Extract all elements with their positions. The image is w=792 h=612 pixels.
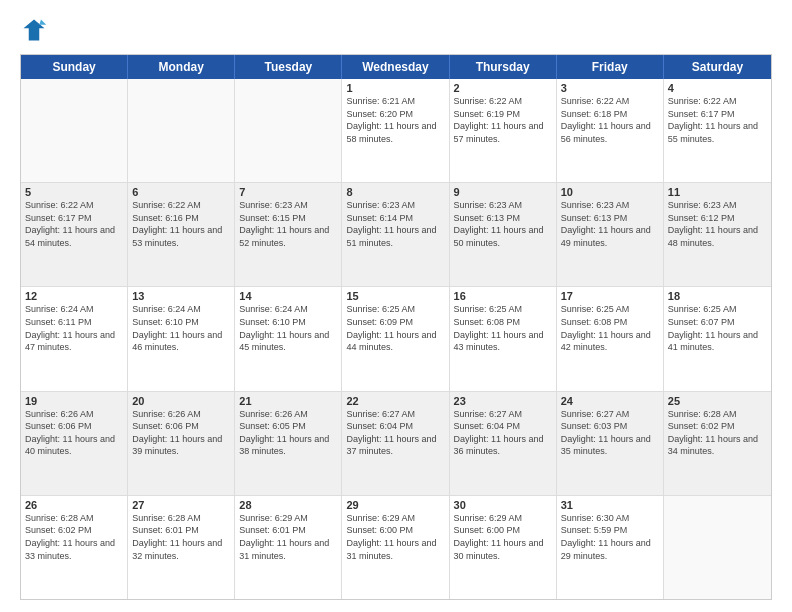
- day-cell-26: 26Sunrise: 6:28 AMSunset: 6:02 PMDayligh…: [21, 496, 128, 599]
- header-day-tuesday: Tuesday: [235, 55, 342, 79]
- day-info: Sunrise: 6:30 AMSunset: 5:59 PMDaylight:…: [561, 512, 659, 562]
- day-number: 1: [346, 82, 444, 94]
- day-cell-24: 24Sunrise: 6:27 AMSunset: 6:03 PMDayligh…: [557, 392, 664, 495]
- day-number: 13: [132, 290, 230, 302]
- day-number: 9: [454, 186, 552, 198]
- empty-cell: [128, 79, 235, 182]
- day-info: Sunrise: 6:27 AMSunset: 6:04 PMDaylight:…: [454, 408, 552, 458]
- day-cell-29: 29Sunrise: 6:29 AMSunset: 6:00 PMDayligh…: [342, 496, 449, 599]
- day-number: 26: [25, 499, 123, 511]
- day-cell-4: 4Sunrise: 6:22 AMSunset: 6:17 PMDaylight…: [664, 79, 771, 182]
- day-cell-12: 12Sunrise: 6:24 AMSunset: 6:11 PMDayligh…: [21, 287, 128, 390]
- day-cell-8: 8Sunrise: 6:23 AMSunset: 6:14 PMDaylight…: [342, 183, 449, 286]
- header: [20, 16, 772, 44]
- day-cell-14: 14Sunrise: 6:24 AMSunset: 6:10 PMDayligh…: [235, 287, 342, 390]
- day-info: Sunrise: 6:27 AMSunset: 6:03 PMDaylight:…: [561, 408, 659, 458]
- day-number: 4: [668, 82, 767, 94]
- week-row-4: 19Sunrise: 6:26 AMSunset: 6:06 PMDayligh…: [21, 392, 771, 496]
- day-info: Sunrise: 6:26 AMSunset: 6:06 PMDaylight:…: [25, 408, 123, 458]
- day-cell-22: 22Sunrise: 6:27 AMSunset: 6:04 PMDayligh…: [342, 392, 449, 495]
- day-number: 29: [346, 499, 444, 511]
- day-info: Sunrise: 6:21 AMSunset: 6:20 PMDaylight:…: [346, 95, 444, 145]
- day-number: 14: [239, 290, 337, 302]
- day-info: Sunrise: 6:26 AMSunset: 6:05 PMDaylight:…: [239, 408, 337, 458]
- page: SundayMondayTuesdayWednesdayThursdayFrid…: [0, 0, 792, 612]
- day-cell-17: 17Sunrise: 6:25 AMSunset: 6:08 PMDayligh…: [557, 287, 664, 390]
- day-cell-27: 27Sunrise: 6:28 AMSunset: 6:01 PMDayligh…: [128, 496, 235, 599]
- day-number: 5: [25, 186, 123, 198]
- day-number: 11: [668, 186, 767, 198]
- empty-cell: [235, 79, 342, 182]
- day-number: 10: [561, 186, 659, 198]
- day-cell-21: 21Sunrise: 6:26 AMSunset: 6:05 PMDayligh…: [235, 392, 342, 495]
- day-info: Sunrise: 6:24 AMSunset: 6:10 PMDaylight:…: [239, 303, 337, 353]
- header-day-friday: Friday: [557, 55, 664, 79]
- day-number: 28: [239, 499, 337, 511]
- day-number: 22: [346, 395, 444, 407]
- day-number: 8: [346, 186, 444, 198]
- day-cell-23: 23Sunrise: 6:27 AMSunset: 6:04 PMDayligh…: [450, 392, 557, 495]
- day-number: 16: [454, 290, 552, 302]
- day-info: Sunrise: 6:28 AMSunset: 6:02 PMDaylight:…: [25, 512, 123, 562]
- day-cell-1: 1Sunrise: 6:21 AMSunset: 6:20 PMDaylight…: [342, 79, 449, 182]
- day-number: 20: [132, 395, 230, 407]
- day-info: Sunrise: 6:23 AMSunset: 6:13 PMDaylight:…: [561, 199, 659, 249]
- week-row-5: 26Sunrise: 6:28 AMSunset: 6:02 PMDayligh…: [21, 496, 771, 599]
- day-cell-16: 16Sunrise: 6:25 AMSunset: 6:08 PMDayligh…: [450, 287, 557, 390]
- day-cell-20: 20Sunrise: 6:26 AMSunset: 6:06 PMDayligh…: [128, 392, 235, 495]
- day-info: Sunrise: 6:22 AMSunset: 6:17 PMDaylight:…: [25, 199, 123, 249]
- day-cell-10: 10Sunrise: 6:23 AMSunset: 6:13 PMDayligh…: [557, 183, 664, 286]
- day-cell-6: 6Sunrise: 6:22 AMSunset: 6:16 PMDaylight…: [128, 183, 235, 286]
- header-day-sunday: Sunday: [21, 55, 128, 79]
- day-cell-18: 18Sunrise: 6:25 AMSunset: 6:07 PMDayligh…: [664, 287, 771, 390]
- day-cell-13: 13Sunrise: 6:24 AMSunset: 6:10 PMDayligh…: [128, 287, 235, 390]
- day-cell-28: 28Sunrise: 6:29 AMSunset: 6:01 PMDayligh…: [235, 496, 342, 599]
- day-info: Sunrise: 6:22 AMSunset: 6:19 PMDaylight:…: [454, 95, 552, 145]
- day-info: Sunrise: 6:25 AMSunset: 6:08 PMDaylight:…: [561, 303, 659, 353]
- day-cell-15: 15Sunrise: 6:25 AMSunset: 6:09 PMDayligh…: [342, 287, 449, 390]
- day-info: Sunrise: 6:25 AMSunset: 6:07 PMDaylight:…: [668, 303, 767, 353]
- empty-cell: [664, 496, 771, 599]
- day-number: 15: [346, 290, 444, 302]
- day-number: 18: [668, 290, 767, 302]
- day-info: Sunrise: 6:29 AMSunset: 6:01 PMDaylight:…: [239, 512, 337, 562]
- day-number: 23: [454, 395, 552, 407]
- day-info: Sunrise: 6:26 AMSunset: 6:06 PMDaylight:…: [132, 408, 230, 458]
- day-number: 17: [561, 290, 659, 302]
- day-number: 31: [561, 499, 659, 511]
- day-info: Sunrise: 6:29 AMSunset: 6:00 PMDaylight:…: [454, 512, 552, 562]
- day-info: Sunrise: 6:23 AMSunset: 6:14 PMDaylight:…: [346, 199, 444, 249]
- header-day-thursday: Thursday: [450, 55, 557, 79]
- day-cell-2: 2Sunrise: 6:22 AMSunset: 6:19 PMDaylight…: [450, 79, 557, 182]
- day-number: 12: [25, 290, 123, 302]
- week-row-3: 12Sunrise: 6:24 AMSunset: 6:11 PMDayligh…: [21, 287, 771, 391]
- week-row-2: 5Sunrise: 6:22 AMSunset: 6:17 PMDaylight…: [21, 183, 771, 287]
- day-cell-30: 30Sunrise: 6:29 AMSunset: 6:00 PMDayligh…: [450, 496, 557, 599]
- day-info: Sunrise: 6:28 AMSunset: 6:01 PMDaylight:…: [132, 512, 230, 562]
- day-info: Sunrise: 6:22 AMSunset: 6:18 PMDaylight:…: [561, 95, 659, 145]
- day-info: Sunrise: 6:23 AMSunset: 6:12 PMDaylight:…: [668, 199, 767, 249]
- day-number: 3: [561, 82, 659, 94]
- day-cell-3: 3Sunrise: 6:22 AMSunset: 6:18 PMDaylight…: [557, 79, 664, 182]
- day-info: Sunrise: 6:25 AMSunset: 6:08 PMDaylight:…: [454, 303, 552, 353]
- day-cell-19: 19Sunrise: 6:26 AMSunset: 6:06 PMDayligh…: [21, 392, 128, 495]
- day-info: Sunrise: 6:25 AMSunset: 6:09 PMDaylight:…: [346, 303, 444, 353]
- calendar-header: SundayMondayTuesdayWednesdayThursdayFrid…: [21, 55, 771, 79]
- day-cell-25: 25Sunrise: 6:28 AMSunset: 6:02 PMDayligh…: [664, 392, 771, 495]
- logo: [20, 16, 52, 44]
- empty-cell: [21, 79, 128, 182]
- day-cell-9: 9Sunrise: 6:23 AMSunset: 6:13 PMDaylight…: [450, 183, 557, 286]
- day-number: 30: [454, 499, 552, 511]
- day-cell-31: 31Sunrise: 6:30 AMSunset: 5:59 PMDayligh…: [557, 496, 664, 599]
- day-info: Sunrise: 6:24 AMSunset: 6:10 PMDaylight:…: [132, 303, 230, 353]
- day-number: 21: [239, 395, 337, 407]
- day-info: Sunrise: 6:27 AMSunset: 6:04 PMDaylight:…: [346, 408, 444, 458]
- calendar-body: 1Sunrise: 6:21 AMSunset: 6:20 PMDaylight…: [21, 79, 771, 599]
- day-cell-11: 11Sunrise: 6:23 AMSunset: 6:12 PMDayligh…: [664, 183, 771, 286]
- day-number: 2: [454, 82, 552, 94]
- day-info: Sunrise: 6:28 AMSunset: 6:02 PMDaylight:…: [668, 408, 767, 458]
- day-cell-5: 5Sunrise: 6:22 AMSunset: 6:17 PMDaylight…: [21, 183, 128, 286]
- day-info: Sunrise: 6:23 AMSunset: 6:15 PMDaylight:…: [239, 199, 337, 249]
- day-info: Sunrise: 6:22 AMSunset: 6:16 PMDaylight:…: [132, 199, 230, 249]
- day-info: Sunrise: 6:22 AMSunset: 6:17 PMDaylight:…: [668, 95, 767, 145]
